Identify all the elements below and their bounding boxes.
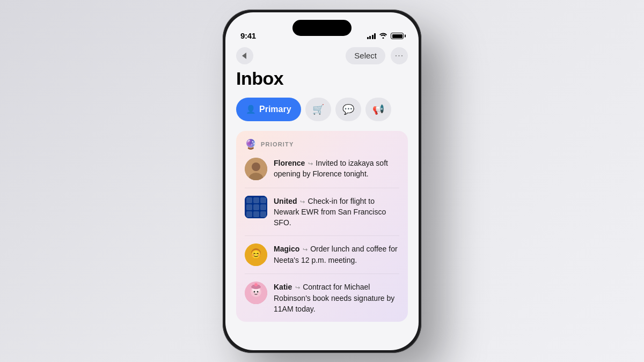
ai-summary-icon-united: ↪ [300, 198, 306, 205]
svg-rect-5 [253, 197, 259, 203]
svg-text:😊: 😊 [251, 249, 261, 260]
tab-primary-label: Primary [259, 105, 291, 114]
email-item-magico[interactable]: 😊 Magico ↪ Order lunch and coffee for Ne… [245, 243, 399, 274]
priority-label: PRIORITY [261, 141, 294, 147]
more-button[interactable]: ··· [391, 47, 408, 64]
email-item-united[interactable]: United ↪ Check-in for flight to Newark E… [245, 196, 399, 237]
svg-rect-4 [246, 197, 252, 203]
sender-united: United [274, 197, 297, 205]
tab-primary[interactable]: 👤 Primary [236, 98, 301, 121]
svg-rect-7 [246, 204, 252, 210]
shopping-icon: 🛒 [312, 104, 324, 115]
svg-point-23 [257, 291, 259, 293]
sender-magico: Magico [274, 245, 299, 253]
ai-summary-icon-magico: ↪ [303, 246, 309, 253]
email-text-magico: Magico ↪ Order lunch and coffee for Neet… [274, 243, 399, 265]
ai-summary-icon-florence: ↪ [308, 160, 314, 167]
content-area: Inbox 👤 Primary 🛒 💬 📢 [225, 68, 419, 350]
scene: 9:41 [0, 0, 644, 362]
tab-bar: 👤 Primary 🛒 💬 📢 [236, 98, 408, 121]
select-button[interactable]: Select [346, 47, 385, 64]
avatar-katie [245, 282, 267, 304]
sender-florence: Florence [274, 159, 305, 167]
tab-social[interactable]: 💬 [335, 98, 361, 121]
promotions-icon: 📢 [372, 104, 384, 115]
ai-summary-icon-katie: ↪ [295, 284, 302, 291]
avatar-magico: 😊 [245, 243, 267, 266]
svg-rect-10 [246, 211, 252, 217]
phone-frame: 9:41 [223, 10, 421, 353]
svg-rect-9 [260, 204, 266, 210]
back-button[interactable] [236, 47, 253, 64]
avatar-florence [245, 158, 267, 180]
dynamic-island [292, 20, 352, 36]
nav-right: Select ··· [346, 47, 408, 64]
email-item-florence[interactable]: Florence ↪ Invited to izakaya soft openi… [245, 158, 399, 188]
preview-katie: Contract for Michael Robinson's book nee… [274, 283, 394, 313]
avatar-united [245, 196, 267, 218]
signal-icon [367, 33, 376, 39]
tab-promotions[interactable]: 📢 [365, 98, 391, 121]
svg-rect-8 [253, 204, 259, 210]
svg-rect-6 [260, 197, 266, 203]
email-text-united: United ↪ Check-in for flight to Newark E… [274, 196, 399, 228]
tab-shopping[interactable]: 🛒 [305, 98, 331, 121]
svg-point-1 [252, 162, 260, 171]
sender-katie: Katie [274, 283, 292, 291]
nav-bar: Select ··· [225, 43, 419, 68]
back-chevron-icon [242, 53, 246, 59]
status-icons [367, 32, 404, 40]
status-time: 9:41 [240, 31, 256, 40]
social-icon: 💬 [342, 104, 354, 115]
priority-header: 🔮 PRIORITY [245, 138, 399, 150]
svg-rect-11 [253, 211, 259, 217]
svg-point-21 [254, 283, 258, 286]
svg-point-22 [254, 291, 255, 293]
email-text-katie: Katie ↪ Contract for Michael Robinson's … [274, 282, 399, 314]
email-text-florence: Florence ↪ Invited to izakaya soft openi… [274, 158, 399, 180]
email-item-katie[interactable]: Katie ↪ Contract for Michael Robinson's … [245, 282, 399, 314]
priority-card: 🔮 PRIORITY Florence [236, 131, 408, 322]
wifi-icon [379, 32, 387, 40]
svg-rect-12 [260, 211, 266, 217]
battery-icon [391, 33, 404, 39]
person-icon: 👤 [246, 105, 256, 114]
phone-screen: 9:41 [225, 12, 419, 350]
page-title: Inbox [236, 68, 408, 89]
priority-icon: 🔮 [245, 138, 257, 150]
